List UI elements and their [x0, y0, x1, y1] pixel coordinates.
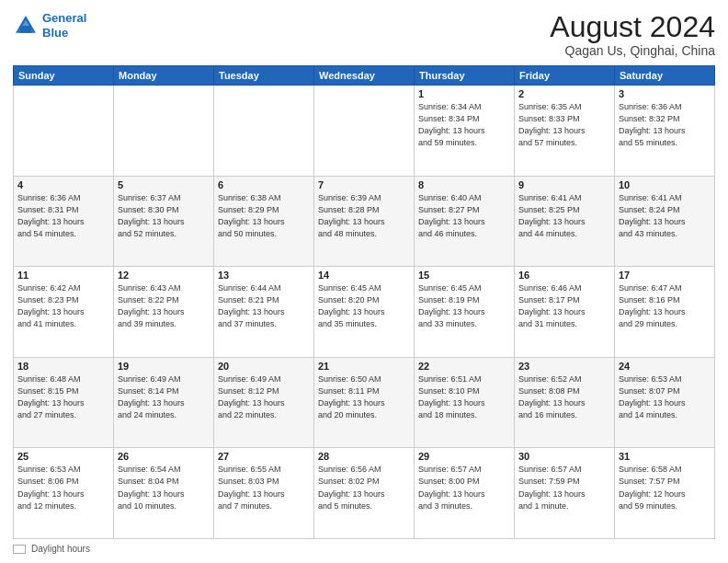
calendar-header-friday: Friday	[515, 66, 615, 86]
calendar-cell: 21Sunrise: 6:50 AM Sunset: 8:11 PM Dayli…	[314, 357, 415, 448]
calendar-cell: 6Sunrise: 6:38 AM Sunset: 8:29 PM Daylig…	[214, 176, 314, 267]
day-number: 20	[218, 361, 310, 372]
day-number: 29	[418, 451, 510, 462]
day-number: 10	[619, 179, 711, 190]
footer-box	[13, 545, 26, 554]
cell-info: Sunrise: 6:55 AM Sunset: 8:03 PM Dayligh…	[218, 464, 310, 511]
day-number: 19	[118, 361, 210, 372]
cell-info: Sunrise: 6:49 AM Sunset: 8:12 PM Dayligh…	[218, 373, 310, 421]
calendar-cell: 8Sunrise: 6:40 AM Sunset: 8:27 PM Daylig…	[415, 176, 515, 267]
cell-info: Sunrise: 6:48 AM Sunset: 8:15 PM Dayligh…	[17, 373, 109, 421]
cell-info: Sunrise: 6:53 AM Sunset: 8:06 PM Dayligh…	[17, 464, 109, 511]
cell-info: Sunrise: 6:54 AM Sunset: 8:04 PM Dayligh…	[118, 464, 210, 511]
cell-info: Sunrise: 6:40 AM Sunset: 8:27 PM Dayligh…	[418, 192, 510, 240]
cell-info: Sunrise: 6:57 AM Sunset: 8:00 PM Dayligh…	[418, 464, 510, 511]
calendar-header-saturday: Saturday	[615, 66, 715, 86]
calendar-cell: 27Sunrise: 6:55 AM Sunset: 8:03 PM Dayli…	[214, 448, 314, 539]
calendar-cell: 9Sunrise: 6:41 AM Sunset: 8:25 PM Daylig…	[515, 176, 615, 267]
day-number: 15	[418, 270, 510, 281]
cell-info: Sunrise: 6:35 AM Sunset: 8:33 PM Dayligh…	[518, 101, 610, 149]
cell-info: Sunrise: 6:50 AM Sunset: 8:11 PM Dayligh…	[318, 373, 410, 421]
day-number: 30	[518, 451, 610, 462]
location: Qagan Us, Qinghai, China	[550, 43, 715, 58]
day-number: 12	[118, 270, 210, 281]
day-number: 4	[17, 179, 109, 190]
calendar-header-tuesday: Tuesday	[214, 66, 314, 86]
day-number: 9	[518, 179, 610, 190]
calendar-cell: 5Sunrise: 6:37 AM Sunset: 8:30 PM Daylig…	[114, 176, 214, 267]
calendar-cell: 13Sunrise: 6:44 AM Sunset: 8:21 PM Dayli…	[214, 267, 314, 358]
calendar-header-monday: Monday	[114, 66, 214, 86]
logo-text: General Blue	[42, 11, 86, 40]
month-title: August 2024	[550, 11, 715, 43]
calendar-cell: 23Sunrise: 6:52 AM Sunset: 8:08 PM Dayli…	[515, 357, 615, 448]
cell-info: Sunrise: 6:45 AM Sunset: 8:19 PM Dayligh…	[418, 282, 510, 330]
calendar-cell: 28Sunrise: 6:56 AM Sunset: 8:02 PM Dayli…	[314, 448, 415, 539]
cell-info: Sunrise: 6:46 AM Sunset: 8:17 PM Dayligh…	[518, 282, 610, 330]
day-number: 23	[518, 361, 610, 372]
cell-info: Sunrise: 6:52 AM Sunset: 8:08 PM Dayligh…	[518, 373, 610, 421]
day-number: 14	[318, 270, 410, 281]
calendar-cell: 18Sunrise: 6:48 AM Sunset: 8:15 PM Dayli…	[14, 357, 114, 448]
calendar-header-wednesday: Wednesday	[314, 66, 415, 86]
calendar-cell: 12Sunrise: 6:43 AM Sunset: 8:22 PM Dayli…	[114, 267, 214, 358]
cell-info: Sunrise: 6:37 AM Sunset: 8:30 PM Dayligh…	[118, 192, 210, 240]
calendar-table: SundayMondayTuesdayWednesdayThursdayFrid…	[13, 65, 715, 539]
calendar-cell	[14, 86, 114, 177]
cell-info: Sunrise: 6:41 AM Sunset: 8:24 PM Dayligh…	[619, 192, 711, 240]
day-number: 6	[218, 179, 310, 190]
calendar-cell: 1Sunrise: 6:34 AM Sunset: 8:34 PM Daylig…	[415, 86, 515, 177]
cell-info: Sunrise: 6:53 AM Sunset: 8:07 PM Dayligh…	[619, 373, 711, 421]
cell-info: Sunrise: 6:38 AM Sunset: 8:29 PM Dayligh…	[218, 192, 310, 240]
calendar-cell	[314, 86, 415, 177]
day-number: 5	[118, 179, 210, 190]
day-number: 1	[418, 88, 510, 99]
day-number: 2	[518, 88, 610, 99]
day-number: 16	[518, 270, 610, 281]
calendar-cell: 16Sunrise: 6:46 AM Sunset: 8:17 PM Dayli…	[515, 267, 615, 358]
page: General Blue August 2024 Qagan Us, Qingh…	[0, 0, 728, 563]
calendar-cell: 30Sunrise: 6:57 AM Sunset: 7:59 PM Dayli…	[515, 448, 615, 539]
cell-info: Sunrise: 6:39 AM Sunset: 8:28 PM Dayligh…	[318, 192, 410, 240]
calendar-cell: 11Sunrise: 6:42 AM Sunset: 8:23 PM Dayli…	[14, 267, 114, 358]
calendar-cell: 29Sunrise: 6:57 AM Sunset: 8:00 PM Dayli…	[415, 448, 515, 539]
day-number: 25	[17, 451, 109, 462]
logo-line2: Blue	[42, 26, 68, 40]
calendar-cell: 25Sunrise: 6:53 AM Sunset: 8:06 PM Dayli…	[14, 448, 114, 539]
calendar-week-row: 25Sunrise: 6:53 AM Sunset: 8:06 PM Dayli…	[14, 448, 715, 539]
day-number: 24	[619, 361, 711, 372]
cell-info: Sunrise: 6:34 AM Sunset: 8:34 PM Dayligh…	[418, 101, 510, 149]
svg-rect-2	[20, 26, 31, 33]
cell-info: Sunrise: 6:51 AM Sunset: 8:10 PM Dayligh…	[418, 373, 510, 421]
cell-info: Sunrise: 6:57 AM Sunset: 7:59 PM Dayligh…	[518, 464, 610, 511]
cell-info: Sunrise: 6:58 AM Sunset: 7:57 PM Dayligh…	[619, 464, 711, 511]
calendar-cell: 4Sunrise: 6:36 AM Sunset: 8:31 PM Daylig…	[14, 176, 114, 267]
calendar-week-row: 1Sunrise: 6:34 AM Sunset: 8:34 PM Daylig…	[14, 86, 715, 177]
day-number: 26	[118, 451, 210, 462]
cell-info: Sunrise: 6:36 AM Sunset: 8:31 PM Dayligh…	[17, 192, 109, 240]
cell-info: Sunrise: 6:41 AM Sunset: 8:25 PM Dayligh…	[518, 192, 610, 240]
day-number: 7	[318, 179, 410, 190]
day-number: 28	[318, 451, 410, 462]
footer: Daylight hours	[13, 544, 715, 554]
day-number: 11	[17, 270, 109, 281]
calendar-cell: 26Sunrise: 6:54 AM Sunset: 8:04 PM Dayli…	[114, 448, 214, 539]
calendar-cell: 17Sunrise: 6:47 AM Sunset: 8:16 PM Dayli…	[615, 267, 715, 358]
logo-icon	[13, 13, 39, 39]
cell-info: Sunrise: 6:56 AM Sunset: 8:02 PM Dayligh…	[318, 464, 410, 511]
cell-info: Sunrise: 6:45 AM Sunset: 8:20 PM Dayligh…	[318, 282, 410, 330]
cell-info: Sunrise: 6:43 AM Sunset: 8:22 PM Dayligh…	[118, 282, 210, 330]
calendar-cell: 24Sunrise: 6:53 AM Sunset: 8:07 PM Dayli…	[615, 357, 715, 448]
day-number: 31	[619, 451, 711, 462]
cell-info: Sunrise: 6:44 AM Sunset: 8:21 PM Dayligh…	[218, 282, 310, 330]
day-number: 13	[218, 270, 310, 281]
day-number: 18	[17, 361, 109, 372]
cell-info: Sunrise: 6:47 AM Sunset: 8:16 PM Dayligh…	[619, 282, 711, 330]
calendar-cell: 20Sunrise: 6:49 AM Sunset: 8:12 PM Dayli…	[214, 357, 314, 448]
calendar-cell: 7Sunrise: 6:39 AM Sunset: 8:28 PM Daylig…	[314, 176, 415, 267]
day-number: 21	[318, 361, 410, 372]
calendar-header-row: SundayMondayTuesdayWednesdayThursdayFrid…	[14, 66, 715, 86]
footer-label: Daylight hours	[31, 544, 90, 554]
calendar-header-thursday: Thursday	[415, 66, 515, 86]
calendar-header-sunday: Sunday	[14, 66, 114, 86]
